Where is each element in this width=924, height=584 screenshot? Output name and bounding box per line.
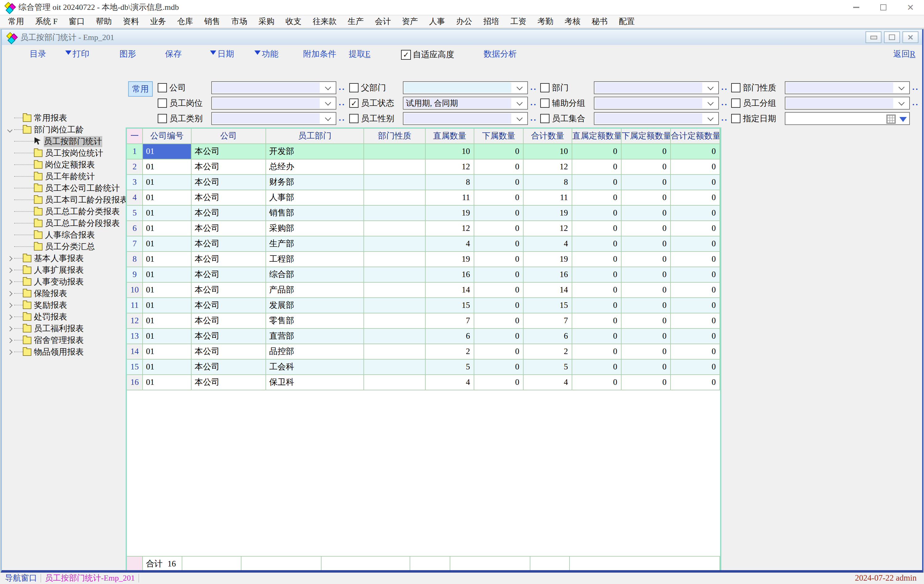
- toolbar-extra-condition-button[interactable]: 附加条件: [303, 49, 337, 60]
- filter-dropdown[interactable]: 试用期, 合同期: [403, 97, 528, 110]
- table-cell[interactable]: 0: [671, 144, 720, 160]
- table-cell[interactable]: [364, 160, 426, 175]
- table-cell[interactable]: 0: [474, 175, 524, 190]
- table-cell[interactable]: 生产部: [266, 237, 364, 252]
- table-cell[interactable]: 12: [524, 221, 572, 237]
- table-header-cell[interactable]: 直属定额数量: [572, 129, 622, 144]
- table-cell[interactable]: 品控部: [266, 344, 364, 360]
- menu-item-17[interactable]: 办公: [450, 16, 478, 27]
- table-cell[interactable]: [364, 360, 426, 375]
- table-cell[interactable]: 0: [572, 160, 622, 175]
- filter-more-button[interactable]: ..: [912, 98, 919, 108]
- table-cell[interactable]: 开发部: [266, 144, 364, 160]
- table-cell[interactable]: 采购部: [266, 221, 364, 237]
- tree-collapsed-icon[interactable]: [7, 314, 13, 319]
- chevron-down-icon[interactable]: [708, 115, 714, 121]
- tree-collapsed-icon[interactable]: [7, 268, 13, 273]
- table-rownum-cell[interactable]: 4: [127, 190, 143, 206]
- table-cell[interactable]: 0: [572, 252, 622, 267]
- tree-collapsed-icon[interactable]: [7, 326, 13, 331]
- table-cell[interactable]: 0: [671, 267, 720, 283]
- table-cell[interactable]: 0: [572, 298, 622, 313]
- table-cell[interactable]: 本公司: [191, 344, 266, 360]
- table-cell[interactable]: 01: [143, 344, 191, 360]
- table-cell[interactable]: 本公司: [191, 221, 266, 237]
- table-cell[interactable]: 本公司: [191, 206, 266, 221]
- table-cell[interactable]: [364, 329, 426, 344]
- menu-item-23[interactable]: 配置: [613, 16, 640, 27]
- table-cell[interactable]: 01: [143, 160, 191, 175]
- table-cell[interactable]: 0: [671, 160, 720, 175]
- table-cell[interactable]: 零售部: [266, 313, 364, 329]
- table-cell[interactable]: 7: [524, 313, 572, 329]
- table-cell[interactable]: 本公司: [191, 252, 266, 267]
- table-cell[interactable]: 0: [474, 221, 524, 237]
- table-cell[interactable]: 16: [426, 267, 474, 283]
- table-rownum-cell[interactable]: 16: [127, 375, 143, 390]
- filter-dropdown[interactable]: [403, 81, 528, 94]
- table-cell[interactable]: 0: [622, 221, 671, 237]
- table-cell[interactable]: [364, 375, 426, 390]
- chevron-down-icon[interactable]: [325, 99, 331, 105]
- filter-checkbox[interactable]: [349, 114, 358, 123]
- table-cell[interactable]: 15: [524, 298, 572, 313]
- table-cell[interactable]: [364, 298, 426, 313]
- table-cell[interactable]: 工程部: [266, 252, 364, 267]
- tree-item-7[interactable]: 员工本公司工龄统计: [5, 182, 120, 194]
- table-cell[interactable]: 0: [671, 375, 720, 390]
- table-cell[interactable]: 0: [474, 144, 524, 160]
- chevron-down-icon[interactable]: [898, 99, 904, 105]
- table-cell[interactable]: [364, 267, 426, 283]
- filter-more-button[interactable]: ..: [530, 98, 537, 108]
- table-cell[interactable]: 7: [426, 313, 474, 329]
- table-header-cell[interactable]: 下属定额数量: [622, 129, 671, 144]
- table-cell[interactable]: 19: [426, 206, 474, 221]
- table-cell[interactable]: 本公司: [191, 298, 266, 313]
- child-close-icon[interactable]: ✕: [903, 31, 919, 43]
- menu-item-16[interactable]: 人事: [424, 16, 450, 27]
- table-cell[interactable]: [364, 283, 426, 298]
- table-rownum-cell[interactable]: 14: [127, 344, 143, 360]
- table-rownum-cell[interactable]: 7: [127, 237, 143, 252]
- table-cell[interactable]: 0: [572, 267, 622, 283]
- menu-item-21[interactable]: 考核: [559, 16, 586, 27]
- common-filter-button[interactable]: 常用: [128, 81, 153, 97]
- table-cell[interactable]: 本公司: [191, 175, 266, 190]
- table-cell[interactable]: 0: [622, 160, 671, 175]
- table-cell[interactable]: 0: [671, 206, 720, 221]
- menu-item-8[interactable]: 销售: [199, 16, 226, 27]
- table-cell[interactable]: 0: [572, 144, 622, 160]
- status-doc-tab[interactable]: 员工按部门统计-Emp_201: [45, 573, 135, 584]
- tree-item-11[interactable]: 人事综合报表: [5, 229, 95, 241]
- table-cell[interactable]: 本公司: [191, 329, 266, 344]
- table-cell[interactable]: 2: [524, 344, 572, 360]
- table-cell[interactable]: 0: [622, 329, 671, 344]
- table-cell[interactable]: 工会科: [266, 360, 364, 375]
- table-cell[interactable]: 12: [426, 160, 474, 175]
- table-cell[interactable]: 本公司: [191, 237, 266, 252]
- table-rownum-cell[interactable]: 10: [127, 283, 143, 298]
- table-cell[interactable]: 0: [572, 313, 622, 329]
- table-cell[interactable]: 0: [572, 283, 622, 298]
- table-cell[interactable]: 0: [474, 375, 524, 390]
- calendar-icon[interactable]: [886, 115, 896, 124]
- table-cell[interactable]: 0: [474, 360, 524, 375]
- filter-checkbox[interactable]: [731, 99, 741, 108]
- table-rownum-cell[interactable]: 6: [127, 221, 143, 237]
- table-cell[interactable]: 销售部: [266, 206, 364, 221]
- table-cell[interactable]: 0: [474, 160, 524, 175]
- table-header-cell[interactable]: 部门性质: [364, 129, 426, 144]
- toolbar-graph-button[interactable]: 图形: [119, 49, 136, 60]
- table-header-cell[interactable]: 员工部门: [266, 129, 364, 144]
- menu-item-15[interactable]: 资产: [396, 16, 424, 27]
- tree-item-2[interactable]: 部门岗位工龄: [5, 124, 84, 135]
- table-cell[interactable]: 本公司: [191, 267, 266, 283]
- chevron-down-icon[interactable]: [516, 99, 523, 105]
- filter-checkbox[interactable]: [349, 83, 358, 92]
- table-cell[interactable]: 产品部: [266, 283, 364, 298]
- tree-item-8[interactable]: 员工本司工龄分段报表: [5, 194, 128, 206]
- tree-item-19[interactable]: 员工福利报表: [5, 322, 84, 334]
- table-header-cell[interactable]: 下属数量: [474, 129, 524, 144]
- table-cell[interactable]: 0: [671, 360, 720, 375]
- table-cell[interactable]: 01: [143, 267, 191, 283]
